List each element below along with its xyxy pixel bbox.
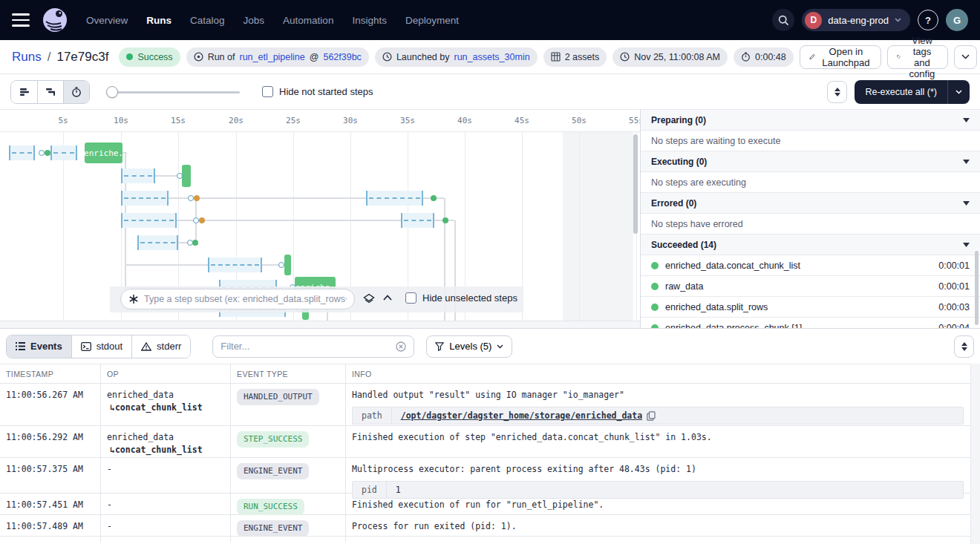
event-row[interactable]: 11:00:56.267 AM enriched_data↳concat_chu… xyxy=(0,384,980,426)
tick-label: 20s xyxy=(229,116,244,125)
levels-dropdown[interactable]: Levels (5) xyxy=(426,335,512,358)
step-list-item[interactable]: raw_data 0:00:01 xyxy=(641,276,980,297)
commit-link[interactable]: 562f39bc xyxy=(323,52,361,62)
step-bar[interactable] xyxy=(182,165,191,187)
caret-down-icon xyxy=(963,243,970,247)
section-preparing[interactable]: Preparing (0) xyxy=(641,110,980,131)
expand-collapse-button[interactable] xyxy=(954,335,974,358)
event-row[interactable]: 11:00:57.451 AM - RUN_SUCCESS Finished e… xyxy=(0,494,980,515)
nav-item-deployment[interactable]: Deployment xyxy=(405,15,459,26)
zoom-slider[interactable] xyxy=(106,86,240,98)
breadcrumb-runs-link[interactable]: Runs xyxy=(12,50,42,65)
step-list-item[interactable]: enriched_data.split_rows 0:00:03 xyxy=(641,297,980,318)
tab-events[interactable]: Events xyxy=(7,335,71,358)
open-launchpad-button[interactable]: Open in Launchpad xyxy=(800,45,881,69)
nav-item-runs[interactable]: Runs xyxy=(146,15,172,26)
log-tabs: Events stdout stderr xyxy=(6,335,191,358)
copy-icon[interactable] xyxy=(647,411,656,421)
queued-step-box[interactable] xyxy=(366,191,423,206)
pipeline-link[interactable]: run_etl_pipeline xyxy=(239,52,304,62)
queued-step-box[interactable] xyxy=(9,145,35,160)
step-duration: 0:00:01 xyxy=(938,260,970,271)
log-filter[interactable] xyxy=(212,335,414,358)
step-subset-input[interactable] xyxy=(144,294,347,304)
tick-label: 25s xyxy=(286,116,301,125)
nav-item-automation[interactable]: Automation xyxy=(283,15,333,26)
queued-step-box[interactable] xyxy=(50,145,77,160)
search-button[interactable] xyxy=(772,9,794,31)
checkbox-box[interactable] xyxy=(262,86,273,97)
step-subset-overlay: Hide unselected steps xyxy=(110,286,523,312)
timed-view-button[interactable] xyxy=(63,81,89,103)
events-scrollbar-track[interactable] xyxy=(970,364,980,544)
step-list-item[interactable]: enriched_data.process_chunk [1] 0:00:04 xyxy=(641,318,980,328)
caret-down-icon xyxy=(961,347,967,351)
waterfall-icon xyxy=(45,88,56,96)
layers-button[interactable] xyxy=(363,293,375,305)
workspace-switcher[interactable]: D data-eng-prod xyxy=(802,9,910,31)
section-executing[interactable]: Executing (0) xyxy=(641,151,980,172)
hide-unselected-checkbox[interactable]: Hide unselected steps xyxy=(405,292,517,304)
hamburger-menu-icon[interactable] xyxy=(12,13,30,27)
event-row[interactable]: 11:00:57.375 AM - ENGINE_EVENT Multiproc… xyxy=(0,458,980,494)
reexecute-options-button[interactable] xyxy=(947,80,970,104)
step-marker xyxy=(177,173,183,179)
queued-step-box[interactable] xyxy=(121,191,169,206)
nav-item-jobs[interactable]: Jobs xyxy=(244,15,265,26)
expand-collapse-button[interactable] xyxy=(827,81,847,103)
checkbox-box[interactable] xyxy=(405,292,416,304)
reexecute-all-button[interactable]: Re-execute all (*) xyxy=(855,80,970,104)
event-type-badge: RUN_SUCCESS xyxy=(237,499,304,515)
step-subset-input-wrap[interactable] xyxy=(120,289,355,309)
step-bar[interactable] xyxy=(284,255,291,275)
nav-item-overview[interactable]: Overview xyxy=(86,15,128,26)
nav-item-catalog[interactable]: Catalog xyxy=(190,15,225,26)
panel-scrollbar[interactable] xyxy=(975,251,979,325)
gantt-scrollbar[interactable] xyxy=(633,134,638,234)
step-marker xyxy=(431,195,437,201)
tab-stderr[interactable]: stderr xyxy=(131,335,190,358)
collapse-overlay-button[interactable] xyxy=(383,295,392,301)
gantt-view-segmented-control xyxy=(10,80,90,104)
queued-step-box[interactable] xyxy=(121,213,177,228)
zoom-slider-track[interactable] xyxy=(106,91,240,94)
events-table-header: TIMESTAMP OP EVENT TYPE INFO xyxy=(0,364,980,384)
gantt-bottom-strip xyxy=(0,321,640,328)
duration-badge: 0:00:48 xyxy=(734,47,794,67)
log-filter-input[interactable] xyxy=(220,341,390,352)
tick-label: 15s xyxy=(171,116,186,125)
header-more-button[interactable] xyxy=(954,45,977,69)
flat-view-button[interactable] xyxy=(11,81,37,103)
event-row[interactable]: 11:00:56.292 AM enriched_data↳concat_chu… xyxy=(0,426,980,458)
queued-step-box[interactable] xyxy=(401,213,434,228)
gantt-body[interactable]: enriche. enriche… xyxy=(0,132,640,321)
queued-step-box[interactable] xyxy=(121,168,155,183)
clear-filter-icon[interactable] xyxy=(396,341,406,352)
waterfall-view-button[interactable] xyxy=(37,81,63,103)
view-tags-button[interactable]: View tags and config xyxy=(887,45,948,69)
gantt-timeline-header: 5s 10s 15s 20s 25s 30s 35s 40s 45s 50s 5… xyxy=(0,110,640,132)
schedule-link[interactable]: run_assets_30min xyxy=(454,52,529,62)
zoom-slider-handle[interactable] xyxy=(106,86,118,98)
event-info: Handled output "result" using IO manager… xyxy=(352,389,974,402)
queued-step-box[interactable] xyxy=(137,235,178,250)
events-table: TIMESTAMP OP EVENT TYPE INFO 11:00:56.26… xyxy=(0,364,980,537)
nav-item-insights[interactable]: Insights xyxy=(352,15,387,26)
section-errored[interactable]: Errored (0) xyxy=(641,193,980,214)
step-bar[interactable]: enriche. xyxy=(85,142,122,163)
dagster-logo[interactable] xyxy=(42,7,68,33)
tab-stdout[interactable]: stdout xyxy=(71,335,131,358)
step-name: enriched_data.process_chunk [1] xyxy=(665,323,802,329)
hide-not-started-checkbox[interactable]: Hide not started steps xyxy=(262,86,373,97)
user-avatar[interactable]: G xyxy=(946,9,968,31)
storage-path-link[interactable]: /opt/dagster/dagster_home/storage/enrich… xyxy=(401,410,642,422)
event-row[interactable]: 11:00:57.489 AM - ENGINE_EVENT Process f… xyxy=(0,515,980,537)
help-button[interactable]: ? xyxy=(918,10,938,30)
step-list-item[interactable]: enriched_data.concat_chunk_list 0:00:01 xyxy=(641,255,980,276)
assets-badge[interactable]: 2 assets xyxy=(543,47,607,67)
event-op-step: ↳concat_chunk_list xyxy=(107,402,224,414)
funnel-icon xyxy=(435,342,444,351)
section-succeeded[interactable]: Succeeded (14) xyxy=(641,235,980,255)
queued-step-box[interactable] xyxy=(208,258,262,272)
chevron-down-icon xyxy=(956,90,962,94)
